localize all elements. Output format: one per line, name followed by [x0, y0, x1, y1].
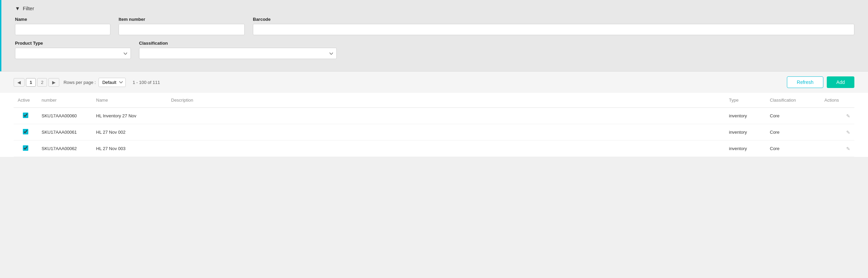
- cell-name-2: HL 27 Nov 003: [92, 141, 167, 157]
- filter-arrow-icon: ▼: [15, 5, 20, 11]
- edit-icon-0[interactable]: ✎: [846, 113, 850, 119]
- col-header-actions: Actions: [820, 93, 854, 108]
- table-row: SKU17AAA00062 HL 27 Nov 003 inventory Co…: [14, 141, 854, 157]
- cell-type-2: inventory: [725, 141, 766, 157]
- edit-icon-2[interactable]: ✎: [846, 146, 850, 151]
- product-type-label: Product Type: [15, 41, 131, 46]
- filter-header-label: Filter: [23, 5, 34, 11]
- filter-section: ▼ Filter Name Item number Barcode Produc…: [0, 0, 868, 71]
- cell-description-1: [167, 124, 725, 141]
- table-row: SKU17AAA00061 HL 27 Nov 002 inventory Co…: [14, 124, 854, 141]
- product-type-field-container: Product Type: [15, 41, 131, 59]
- item-number-field-container: Item number: [119, 17, 245, 35]
- record-count: 1 - 100 of 111: [133, 80, 160, 85]
- next-page-button[interactable]: ▶: [48, 78, 59, 87]
- barcode-field-container: Barcode: [253, 17, 854, 35]
- cell-classification-1: Core: [766, 124, 820, 141]
- cell-active-1: [14, 124, 37, 141]
- name-label: Name: [15, 17, 110, 22]
- table-row: SKU17AAA00060 HL Inventory 27 Nov invent…: [14, 108, 854, 124]
- cell-active-0: [14, 108, 37, 124]
- cell-name-1: HL 27 Nov 002: [92, 124, 167, 141]
- cell-description-2: [167, 141, 725, 157]
- name-field-container: Name: [15, 17, 110, 35]
- cell-classification-0: Core: [766, 108, 820, 124]
- refresh-button[interactable]: Refresh: [787, 76, 823, 88]
- filter-row-1: Name Item number Barcode: [15, 17, 854, 35]
- product-type-select[interactable]: [15, 48, 131, 59]
- classification-field-container: Classification: [139, 41, 337, 59]
- prev-page-button[interactable]: ◀: [14, 78, 25, 87]
- table-body: SKU17AAA00060 HL Inventory 27 Nov invent…: [14, 108, 854, 157]
- active-checkbox-2[interactable]: [23, 145, 28, 151]
- name-input[interactable]: [15, 24, 110, 35]
- cell-active-2: [14, 141, 37, 157]
- cell-actions-1: ✎: [820, 124, 854, 141]
- col-header-description: Description: [167, 93, 725, 108]
- col-header-active: Active: [14, 93, 37, 108]
- cell-name-0: HL Inventory 27 Nov: [92, 108, 167, 124]
- rows-per-page-select[interactable]: Default 25 50 100: [98, 78, 126, 87]
- cell-classification-2: Core: [766, 141, 820, 157]
- cell-actions-2: ✎: [820, 141, 854, 157]
- edit-icon-1[interactable]: ✎: [846, 130, 850, 135]
- item-number-label: Item number: [119, 17, 245, 22]
- col-header-number: number: [37, 93, 92, 108]
- cell-number-2: SKU17AAA00062: [37, 141, 92, 157]
- cell-number-0: SKU17AAA00060: [37, 108, 92, 124]
- rows-per-page-label: Rows per page :: [63, 80, 96, 85]
- cell-number-1: SKU17AAA00061: [37, 124, 92, 141]
- add-button[interactable]: Add: [827, 76, 854, 88]
- classification-select[interactable]: [139, 48, 337, 59]
- active-checkbox-1[interactable]: [23, 129, 28, 134]
- table-section: Active number Name Description Type Clas…: [0, 93, 868, 157]
- page-2-button[interactable]: 2: [37, 78, 47, 87]
- col-header-type: Type: [725, 93, 766, 108]
- rows-per-page-container: Rows per page : Default 25 50 100: [63, 78, 126, 87]
- col-header-name: Name: [92, 93, 167, 108]
- page-navigation: ◀ 1 2 ▶: [14, 78, 59, 87]
- cell-type-0: inventory: [725, 108, 766, 124]
- table-header-row: Active number Name Description Type Clas…: [14, 93, 854, 108]
- cell-description-0: [167, 108, 725, 124]
- cell-actions-0: ✎: [820, 108, 854, 124]
- data-table: Active number Name Description Type Clas…: [14, 93, 854, 157]
- pagination-actions: Refresh Add: [787, 76, 854, 88]
- item-number-input[interactable]: [119, 24, 245, 35]
- pagination-bar: ◀ 1 2 ▶ Rows per page : Default 25 50 10…: [0, 71, 868, 93]
- filter-toggle[interactable]: ▼ Filter: [15, 5, 854, 11]
- active-checkbox-0[interactable]: [23, 113, 28, 118]
- filter-row-2: Product Type Classification: [15, 41, 854, 59]
- classification-label: Classification: [139, 41, 337, 46]
- barcode-input[interactable]: [253, 24, 854, 35]
- col-header-classification: Classification: [766, 93, 820, 108]
- page-1-button[interactable]: 1: [26, 78, 36, 87]
- barcode-label: Barcode: [253, 17, 854, 22]
- cell-type-1: inventory: [725, 124, 766, 141]
